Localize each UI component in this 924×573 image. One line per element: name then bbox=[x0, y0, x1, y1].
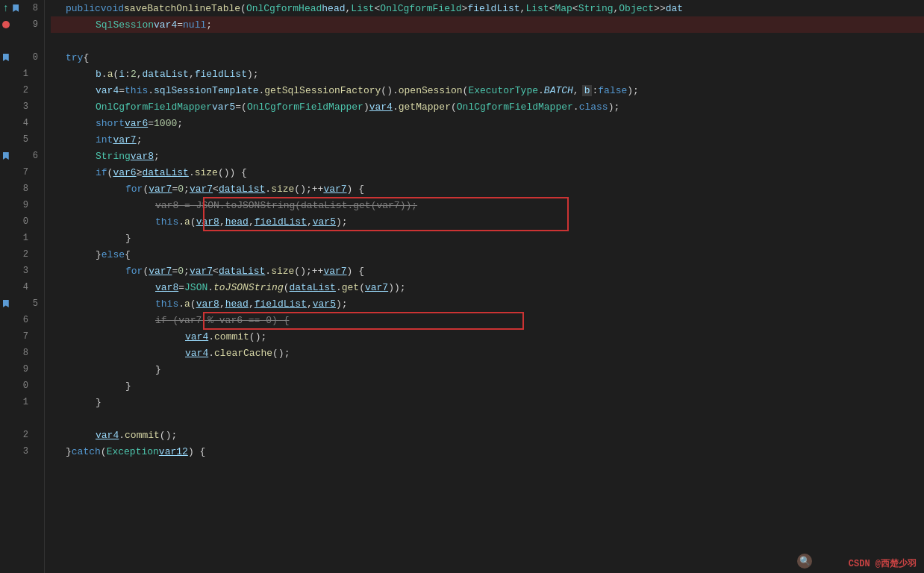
line-num-3b: 3 bbox=[10, 266, 31, 276]
var7-for1b: var7 bbox=[190, 184, 213, 195]
code-line-empty1 bbox=[51, 33, 924, 49]
code-line-var7: int var7 ; bbox=[51, 131, 924, 148]
param-type-3c: String bbox=[578, 3, 614, 14]
comma3: , bbox=[613, 3, 619, 14]
semi3: ; bbox=[137, 134, 143, 145]
code-line-close-inner-if: } bbox=[51, 361, 924, 378]
code-line-close-for1: } bbox=[51, 230, 924, 246]
var7-json2: var7 bbox=[365, 282, 388, 293]
dot14: . bbox=[178, 298, 184, 310]
code-line-close-else: } bbox=[51, 394, 924, 410]
gutter-row-4: 4 bbox=[0, 115, 44, 131]
line-num-0b: 0 bbox=[10, 216, 31, 227]
lt1: < bbox=[375, 3, 381, 14]
kw-int: int bbox=[96, 134, 113, 145]
param-type-3: List bbox=[525, 3, 549, 14]
code-line-var4-commit2: var4 . commit (); bbox=[51, 427, 924, 443]
datalist-for2: dataList bbox=[219, 266, 265, 277]
line-num-3: 3 bbox=[10, 101, 31, 112]
num-0-1: 0 bbox=[178, 184, 184, 195]
line-num-8: 8 bbox=[20, 3, 41, 13]
code-line-var6: short var6 = 1000 ; bbox=[51, 115, 924, 131]
param-head: head bbox=[322, 3, 345, 14]
fn-getsql: getSqlSessionFactory bbox=[264, 85, 381, 96]
fn-commit1: commit bbox=[214, 331, 249, 342]
kw-for2: for bbox=[125, 266, 143, 277]
param-type-2b: OnlCgformField bbox=[380, 3, 461, 14]
dot11: . bbox=[265, 266, 271, 277]
batch-const: BATCH bbox=[544, 85, 573, 96]
gutter-row-3b: 3 bbox=[0, 263, 44, 279]
paren-for2: ( bbox=[143, 266, 149, 277]
line-num-1b: 1 bbox=[10, 233, 31, 243]
datalist-size: dataList bbox=[142, 167, 188, 178]
var12-name: var12 bbox=[159, 446, 188, 457]
line-num-5b: 5 bbox=[20, 298, 41, 309]
paren-close-ba: ); bbox=[247, 69, 259, 80]
var-fieldlist1: fieldList bbox=[195, 69, 247, 80]
paren5: ()) { bbox=[218, 167, 247, 178]
cls-mapper2: OnlCgformFieldMapper bbox=[457, 101, 573, 113]
if-var7-strikethrough: if (var7 % var6 == 0) { bbox=[155, 315, 289, 326]
colon2: : bbox=[592, 85, 598, 96]
cls-json: JSON bbox=[184, 282, 207, 293]
gutter-row-1c: 1 bbox=[0, 394, 44, 410]
search-icon-bar[interactable]: 🔍 bbox=[797, 554, 812, 569]
paren2: ( bbox=[463, 85, 469, 96]
eq-json2: = bbox=[178, 282, 184, 293]
pp2: ++ bbox=[312, 266, 324, 277]
colon1: : bbox=[125, 69, 131, 80]
empty-5b bbox=[12, 298, 21, 309]
code-line-this-a-2: this . a ( var8 , head , fieldList , var… bbox=[51, 295, 924, 312]
keyword-void: void bbox=[101, 3, 124, 14]
gutter-row-empty1 bbox=[0, 33, 44, 49]
kw-class: class bbox=[579, 101, 608, 113]
watermark-text: CSDN @西楚少羽 bbox=[849, 559, 917, 569]
fn-a1: a bbox=[107, 69, 113, 80]
eq-for2: = bbox=[172, 266, 178, 277]
semi4: ; bbox=[154, 151, 160, 162]
gutter-row-1: 1 bbox=[0, 66, 44, 82]
dot8: . bbox=[189, 167, 195, 178]
var7-name: var7 bbox=[113, 134, 136, 145]
param-dat: dat bbox=[666, 3, 683, 14]
var7-inc2: var7 bbox=[323, 266, 346, 277]
paren12: )); bbox=[388, 282, 405, 293]
code-line-if-var7-strike: if (var7 % var6 == 0) { bbox=[51, 312, 924, 328]
var5-name: var5 bbox=[212, 101, 235, 113]
kw-short: short bbox=[96, 118, 125, 129]
parens1: () bbox=[381, 85, 393, 96]
comma2: , bbox=[520, 3, 526, 14]
paren-catch: ( bbox=[101, 446, 107, 457]
gutter-row-2b: 2 bbox=[0, 246, 44, 263]
var6-name: var6 bbox=[125, 118, 148, 129]
var8-json2: var8 bbox=[155, 282, 178, 293]
cast-type: OnlCgformFieldMapper bbox=[247, 101, 363, 113]
line-num-9: 9 bbox=[20, 19, 41, 30]
comma9: , bbox=[307, 298, 313, 310]
code-line-var8-json-strike: var8 = JSON.toJSONString(dataList.get(va… bbox=[51, 197, 924, 213]
brace-close4: } bbox=[96, 397, 102, 408]
fn-a2: a bbox=[184, 216, 190, 228]
lt-for2: < bbox=[213, 266, 219, 277]
gutter-row-9b: 9 bbox=[0, 197, 44, 213]
fn-size1: size bbox=[195, 167, 218, 178]
brace2: ) { bbox=[347, 184, 364, 195]
lt-for1: < bbox=[213, 184, 219, 195]
dot13: . bbox=[336, 282, 342, 293]
code-content: public void saveBatchOnlineTable ( OnlCg… bbox=[51, 0, 924, 460]
gutter-row-8: ↑ 8 bbox=[0, 0, 44, 16]
gutter-row-0: 0 bbox=[0, 49, 44, 66]
var-datalist1: dataList bbox=[143, 69, 189, 80]
brace-close2: } bbox=[155, 364, 161, 375]
num-0-2: 0 bbox=[178, 266, 184, 277]
kw-null: null bbox=[183, 19, 206, 31]
comma-ba2: , bbox=[189, 69, 195, 80]
paren-catch2: ) { bbox=[188, 446, 205, 457]
dot12: . bbox=[207, 282, 213, 293]
code-line-for1: for ( var7 = 0 ; var7 < dataList . size … bbox=[51, 181, 924, 197]
eq4: = bbox=[148, 118, 154, 129]
gutter-row-5: 5 bbox=[0, 131, 44, 148]
cls-mapper: OnlCgformFieldMapper bbox=[96, 101, 212, 113]
gutter-row-empty2 bbox=[0, 410, 44, 427]
